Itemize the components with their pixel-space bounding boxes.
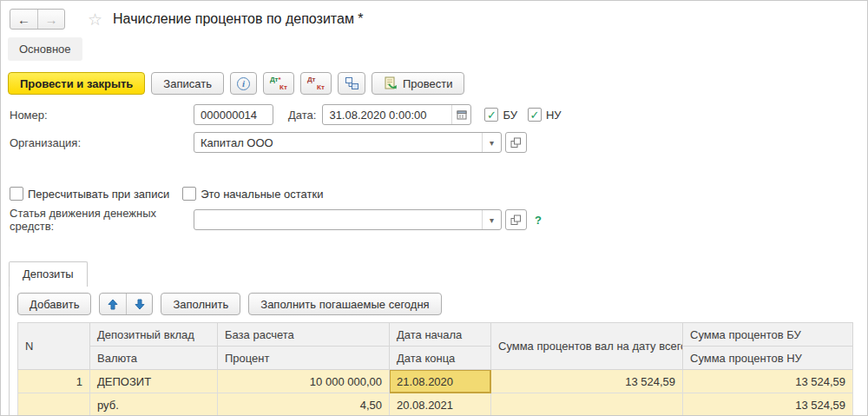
forward-button[interactable]: → (37, 10, 64, 29)
deposits-section: Депозиты Добавить Заполнить Заполнить по… (9, 261, 867, 416)
deposits-table-header: N Депозитный вклад База расчета Дата нач… (18, 323, 853, 370)
arrow-up-icon (108, 299, 118, 310)
bu-checkbox[interactable]: ✓ БУ (484, 108, 517, 122)
cell-sum-val[interactable]: 13 524,59 (491, 370, 683, 393)
col-header-date-start[interactable]: Дата начала (390, 323, 491, 347)
cashflow-label: Статья движения денежных средств: (10, 207, 194, 233)
initial-balances-checkbox-box (182, 187, 196, 201)
cashflow-open-button[interactable] (505, 209, 527, 230)
organization-label: Организация: (10, 136, 194, 149)
info-icon: i (237, 77, 250, 90)
col-header-currency[interactable]: Валюта (90, 347, 218, 370)
move-down-button[interactable] (126, 294, 152, 314)
initial-balances-checkbox-label: Это начальные остатки (201, 188, 323, 201)
fill-today-button[interactable]: Заполнить погашаемые сегодня (248, 293, 441, 315)
chevron-down-icon: ▾ (490, 138, 494, 148)
forward-icon: → (45, 12, 58, 27)
add-row-button[interactable]: Добавить (17, 293, 91, 315)
number-label: Номер: (10, 109, 194, 122)
toolbar: Провести и закрыть Записать i Дт* Кт Дт … (1, 71, 867, 96)
cell-base[interactable]: 10 000 000,00 (218, 370, 390, 393)
col-header-sum-bu[interactable]: Сумма процентов БУ (683, 323, 853, 347)
favorite-star-icon[interactable]: ☆ (88, 10, 102, 30)
bu-checkbox-label: БУ (503, 109, 517, 122)
cashflow-input[interactable]: ▾ (194, 209, 502, 230)
info-button[interactable]: i (230, 72, 257, 95)
back-icon: ← (17, 12, 30, 27)
fill-button[interactable]: Заполнить (161, 293, 240, 315)
organization-dropdown-button[interactable]: ▾ (482, 133, 501, 152)
date-input[interactable]: 31.08.2020 0:00:00 (322, 104, 471, 125)
back-button[interactable]: ← (10, 10, 37, 29)
calendar-button[interactable] (451, 105, 470, 124)
recalc-checkbox-label: Пересчитывать при записи (28, 188, 169, 201)
show-postings-button[interactable]: Дт Кт (300, 72, 332, 95)
organization-input[interactable]: Капитал ООО ▾ (194, 132, 502, 153)
post-document-icon (384, 76, 398, 90)
cashflow-dropdown-button[interactable]: ▾ (482, 210, 501, 229)
number-date-row: Номер: 000000014 Дата: 31.08.2020 0:00:0… (1, 104, 867, 125)
cell-percent[interactable]: 4,50 (218, 393, 390, 416)
dtkt-star-icon: Дт* Кт (270, 76, 287, 91)
cashflow-row: Статья движения денежных средств: ▾ ? (1, 209, 867, 230)
cell-date-end[interactable]: 20.08.2021 (390, 393, 491, 416)
cell-n-empty[interactable] (18, 393, 90, 416)
nu-checkbox-label: НУ (546, 109, 562, 122)
col-header-base[interactable]: База расчета (218, 323, 390, 347)
col-header-sum-nu[interactable]: Сумма процентов НУ (683, 347, 853, 370)
organization-open-button[interactable] (505, 132, 527, 153)
col-header-n[interactable]: N (18, 323, 90, 370)
deposits-command-bar: Добавить Заполнить Заполнить погашаемые … (17, 293, 867, 315)
recalc-checkbox[interactable]: Пересчитывать при записи (10, 187, 169, 201)
cell-sum-bu[interactable]: 13 524,59 (683, 370, 853, 393)
cell-currency[interactable]: руб. (90, 393, 218, 416)
deposits-table: N Депозитный вклад База расчета Дата нач… (17, 322, 853, 416)
table-row: 1 ДЕПОЗИТ 10 000 000,00 21.08.2020 13 52… (18, 370, 853, 393)
col-header-sum-val[interactable]: Сумма процентов вал на дату всего (491, 323, 683, 370)
date-label: Дата: (288, 109, 316, 122)
cell-deposit[interactable]: ДЕПОЗИТ (90, 370, 218, 393)
open-link-icon (510, 137, 522, 149)
help-link[interactable]: ? (535, 214, 542, 227)
date-value: 31.08.2020 0:00:00 (329, 109, 426, 122)
col-header-date-end[interactable]: Дата конца (390, 347, 491, 370)
move-row-buttons (99, 293, 153, 315)
related-documents-button[interactable] (338, 72, 365, 95)
table-row: руб. 4,50 20.08.2021 13 524,59 (18, 393, 853, 416)
col-header-percent[interactable]: Процент (218, 347, 390, 370)
tab-main[interactable]: Основное (8, 37, 82, 61)
move-up-button[interactable] (100, 294, 126, 314)
organization-row: Организация: Капитал ООО ▾ (1, 132, 867, 153)
dtkt-icon: Дт Кт (307, 76, 325, 91)
check-icon: ✓ (529, 109, 539, 122)
tab-deposits[interactable]: Депозиты (9, 261, 88, 287)
cell-sum-nu[interactable]: 13 524,59 (683, 393, 853, 416)
number-input[interactable]: 000000014 (194, 104, 273, 125)
post-and-close-button[interactable]: Провести и закрыть (8, 72, 145, 95)
bu-checkbox-box: ✓ (484, 108, 498, 122)
post-button-label: Провести (403, 77, 453, 90)
cell-date-start-selected[interactable]: 21.08.2020 (390, 370, 491, 393)
document-structure-icon (345, 76, 358, 90)
organization-value: Капитал ООО (201, 136, 273, 149)
titlebar: ← → ☆ Начисление процентов по депозитам … (1, 1, 867, 30)
chevron-down-icon: ▾ (490, 215, 494, 225)
arrow-down-icon (135, 299, 145, 310)
nu-checkbox[interactable]: ✓ НУ (528, 108, 562, 122)
cell-sum-val-empty[interactable] (491, 393, 683, 416)
cell-n[interactable]: 1 (18, 370, 90, 393)
nu-checkbox-box: ✓ (528, 108, 542, 122)
initial-balances-checkbox[interactable]: Это начальные остатки (182, 187, 323, 201)
options-row: Пересчитывать при записи Это начальные о… (1, 186, 867, 201)
open-link-icon (510, 215, 522, 226)
post-button[interactable]: Провести (372, 72, 465, 95)
check-icon: ✓ (487, 109, 496, 122)
show-postings-settings-button[interactable]: Дт* Кт (263, 72, 294, 95)
save-button[interactable]: Записать (151, 72, 224, 95)
page-title: Начисление процентов по депозитам * (113, 11, 364, 27)
calendar-icon (457, 109, 467, 120)
recalc-checkbox-box (10, 187, 23, 201)
history-nav: ← → (10, 9, 65, 30)
deposits-panel: Добавить Заполнить Заполнить погашаемые … (9, 286, 867, 416)
col-header-deposit[interactable]: Депозитный вклад (90, 323, 218, 347)
